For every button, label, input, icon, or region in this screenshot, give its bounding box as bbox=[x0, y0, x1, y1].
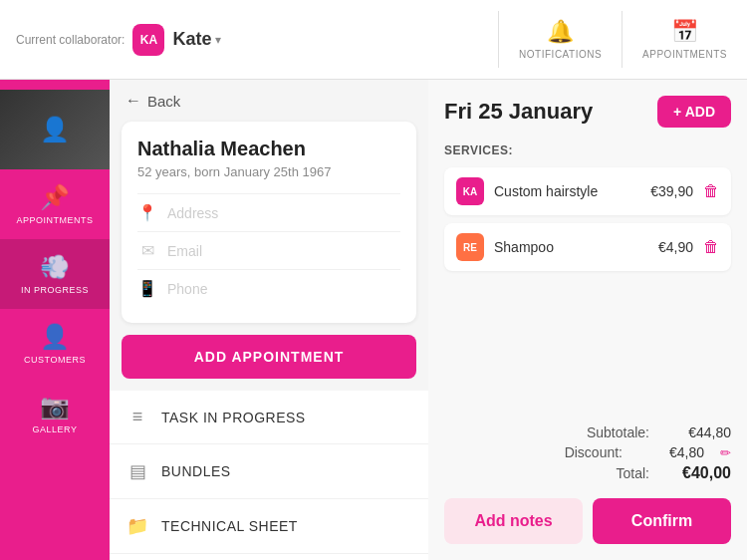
edit-discount-icon[interactable]: ✏ bbox=[720, 445, 731, 460]
email-icon: ✉ bbox=[137, 241, 157, 260]
back-button[interactable]: ← Back bbox=[110, 80, 428, 122]
add-service-button[interactable]: + ADD bbox=[657, 96, 731, 128]
sidebar-customers-label: CUSTOMERS bbox=[24, 355, 86, 365]
subtotale-value: €44,80 bbox=[661, 424, 731, 440]
sidebar: 👤 📌 APPOINTMENTS 💨 IN PROGRESS 👤 CUSTOME… bbox=[0, 80, 110, 560]
discount-value: €4,80 bbox=[634, 444, 704, 460]
appointments-button[interactable]: 📅 APPOINTMENTS bbox=[622, 11, 747, 68]
spacer bbox=[444, 279, 731, 424]
notifications-label: NOTIFICATIONS bbox=[519, 49, 602, 60]
delete-shampoo-icon[interactable]: 🗑 bbox=[703, 238, 719, 256]
phone-row[interactable]: 📱 Phone bbox=[137, 269, 400, 307]
back-label: Back bbox=[147, 93, 180, 110]
profile-image: 👤 bbox=[0, 90, 110, 169]
location-icon: 📍 bbox=[137, 203, 157, 222]
back-arrow-icon: ← bbox=[125, 92, 141, 110]
service-row-hairstyle: KA Custom hairstyle €39,90 🗑 bbox=[444, 167, 731, 215]
total-row: Total: €40,00 bbox=[444, 464, 731, 482]
person-icon: 👤 bbox=[40, 323, 70, 351]
task-icon: ≡ bbox=[125, 407, 149, 427]
action-buttons: Add notes Confirm bbox=[444, 498, 731, 544]
service-row-shampoo: RE Shampoo €4,90 🗑 bbox=[444, 223, 731, 271]
camera-icon: 📷 bbox=[40, 393, 70, 420]
add-appointment-button[interactable]: ADD APPOINTMENT bbox=[122, 335, 416, 379]
appointments-label: APPOINTMENTS bbox=[642, 49, 727, 60]
left-panel: ← Back Nathalia Meachen 52 years, born J… bbox=[110, 80, 428, 560]
service-name-hairstyle: Custom hairstyle bbox=[494, 183, 650, 199]
dryer-icon: 💨 bbox=[40, 253, 70, 281]
email-row[interactable]: ✉ Email bbox=[137, 231, 400, 269]
sidebar-item-appointments[interactable]: 📌 APPOINTMENTS bbox=[0, 169, 110, 239]
bundles-item[interactable]: ▤ BUNDLES bbox=[110, 444, 428, 499]
customer-card: Nathalia Meachen 52 years, born January … bbox=[122, 122, 416, 323]
sidebar-inprogress-label: IN PROGRESS bbox=[21, 285, 89, 295]
top-bar-actions: 🔔 NOTIFICATIONS 📅 APPOINTMENTS bbox=[498, 11, 747, 68]
sidebar-item-in-progress[interactable]: 💨 IN PROGRESS bbox=[0, 239, 110, 309]
delete-hairstyle-icon[interactable]: 🗑 bbox=[703, 182, 719, 200]
calendar-icon: 📅 bbox=[671, 19, 698, 45]
discount-label: Discount: bbox=[543, 444, 622, 460]
total-label: Total: bbox=[570, 465, 649, 481]
service-avatar-ka: KA bbox=[456, 177, 484, 205]
total-value: €40,00 bbox=[661, 464, 731, 482]
phone-value: Phone bbox=[167, 281, 207, 297]
collaborator-label: Current collaborator: bbox=[16, 33, 124, 47]
content-area: ← Back Nathalia Meachen 52 years, born J… bbox=[110, 80, 747, 560]
bundles-icon: ▤ bbox=[125, 460, 149, 482]
service-price-shampoo: €4,90 bbox=[658, 239, 693, 255]
collaborator-name: Kate bbox=[172, 29, 211, 50]
totals-section: Subtotale: €44,80 Discount: €4,80 ✏ Tota… bbox=[444, 424, 731, 486]
services-label: SERVICES: bbox=[444, 143, 731, 157]
customer-name: Nathalia Meachen bbox=[137, 138, 400, 160]
sheet-label: TECHNICAL SHEET bbox=[161, 518, 412, 534]
subtotale-label: Subtotale: bbox=[570, 424, 649, 440]
notifications-button[interactable]: 🔔 NOTIFICATIONS bbox=[499, 11, 622, 68]
task-in-progress-item[interactable]: ≡ TASK IN PROGRESS bbox=[110, 391, 428, 444]
bundles-label: BUNDLES bbox=[161, 463, 412, 479]
customer-dob: 52 years, born January 25th 1967 bbox=[137, 164, 400, 179]
top-bar: Current collaborator: KA Kate ▾ 🔔 NOTIFI… bbox=[0, 0, 747, 80]
phone-icon: 📱 bbox=[137, 279, 157, 298]
sidebar-item-customers[interactable]: 👤 CUSTOMERS bbox=[0, 309, 110, 379]
bell-icon: 🔔 bbox=[547, 19, 574, 45]
email-value: Email bbox=[167, 243, 202, 259]
collaborator-section: Current collaborator: KA Kate ▾ bbox=[0, 24, 498, 56]
add-notes-button[interactable]: Add notes bbox=[444, 498, 583, 544]
discount-row: Discount: €4,80 ✏ bbox=[444, 444, 731, 460]
subtotale-row: Subtotale: €44,80 bbox=[444, 424, 731, 440]
service-avatar-re: RE bbox=[456, 233, 484, 261]
right-panel: Fri 25 January + ADD SERVICES: KA Custom… bbox=[428, 80, 747, 560]
sidebar-appointments-label: APPOINTMENTS bbox=[16, 215, 93, 225]
address-value: Address bbox=[167, 205, 218, 221]
confirm-button[interactable]: Confirm bbox=[593, 498, 731, 544]
customer-sections: ≡ TASK IN PROGRESS ▤ BUNDLES 📁 TECHNICAL… bbox=[110, 391, 428, 560]
date-title: Fri 25 January bbox=[444, 99, 593, 125]
sidebar-item-gallery[interactable]: 📷 GALLERY bbox=[0, 379, 110, 448]
sheet-icon: 📁 bbox=[125, 515, 149, 537]
task-label: TASK IN PROGRESS bbox=[161, 410, 412, 425]
right-header: Fri 25 January + ADD bbox=[444, 96, 731, 128]
service-price-hairstyle: €39,90 bbox=[650, 183, 693, 199]
technical-sheet-item[interactable]: 📁 TECHNICAL SHEET bbox=[110, 499, 428, 554]
sidebar-gallery-label: GALLERY bbox=[33, 424, 78, 434]
main-layout: 👤 📌 APPOINTMENTS 💨 IN PROGRESS 👤 CUSTOME… bbox=[0, 80, 747, 560]
address-row[interactable]: 📍 Address bbox=[137, 193, 400, 231]
collaborator-avatar: KA bbox=[132, 24, 164, 56]
service-name-shampoo: Shampoo bbox=[494, 239, 658, 255]
history-item[interactable]: 📂 HISTORY 10 bbox=[110, 554, 428, 560]
chevron-down-icon[interactable]: ▾ bbox=[215, 33, 221, 47]
pin-icon: 📌 bbox=[40, 183, 70, 211]
